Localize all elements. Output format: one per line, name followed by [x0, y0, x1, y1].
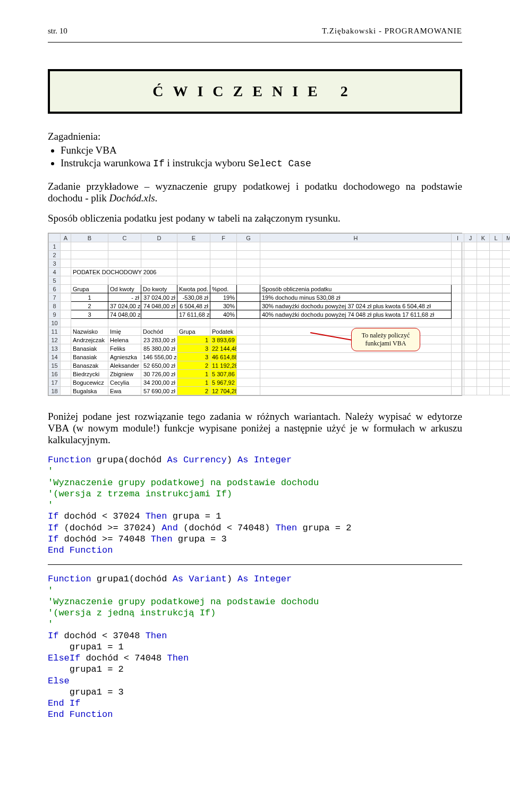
- cell: [177, 251, 210, 259]
- cell: Zbigniew: [108, 370, 141, 378]
- cell: [452, 370, 464, 378]
- cell: Bogucewicz: [71, 378, 108, 387]
- cell: [452, 319, 464, 327]
- cell: Cecylia: [108, 378, 141, 387]
- cell: [477, 344, 490, 353]
- spreadsheet-table: A B C D E F G H I J K L M 1234PODATEK DO…: [48, 233, 510, 395]
- col-header: G: [237, 234, 260, 242]
- cell: [464, 251, 477, 259]
- cell: [452, 276, 464, 285]
- cell: [61, 242, 71, 251]
- cell: [490, 251, 503, 259]
- cell: 17 611,68 zł: [177, 310, 210, 319]
- cell: 22 144,48 zł: [210, 344, 237, 353]
- code-text: (dochód < 74048): [178, 523, 276, 533]
- cell: 3: [71, 310, 108, 319]
- cell: [490, 310, 503, 319]
- cell: [477, 378, 490, 387]
- cell: [490, 344, 503, 353]
- cell: [464, 285, 477, 293]
- cell: [503, 310, 511, 319]
- header-right: T.Ziębakowski - PROGRAMOWANIE: [322, 27, 462, 36]
- cell: Dochód: [141, 327, 177, 336]
- table-row: 17BogucewiczCecylia34 200,00 zł15 967,92…: [49, 378, 511, 387]
- cell: 1: [177, 370, 210, 378]
- cell: [71, 319, 108, 327]
- divider: [48, 564, 462, 565]
- cell: Grupa: [177, 327, 210, 336]
- cell: [477, 302, 490, 310]
- bullet-list: Funkcje VBA Instrukcja warunkowa If i in…: [61, 145, 462, 169]
- cell: [452, 242, 464, 251]
- cell: [490, 259, 503, 268]
- cell: [177, 319, 210, 327]
- row-number: 5: [49, 276, 61, 285]
- cell: Sposób obliczenia podatku: [260, 285, 452, 293]
- cell: [452, 378, 464, 387]
- code-keyword: If: [48, 534, 58, 544]
- code-block: Function grupa(dochód As Currency) As In…: [48, 454, 462, 556]
- cell: 1: [177, 336, 210, 344]
- cell: Biedrzycki: [71, 370, 108, 378]
- cell: [464, 319, 477, 327]
- table-row: 2: [49, 251, 511, 259]
- table-row: 9374 048,00 zł17 611,68 zł40%40% nadwyżk…: [49, 310, 511, 319]
- cell: [477, 327, 490, 336]
- cell: Ewa: [108, 387, 141, 395]
- cell: 5 307,86 zł: [210, 370, 237, 378]
- table-row: 6GrupaOd kwotyDo kwotyKwota pod.%pod.Spo…: [49, 285, 511, 293]
- cell: [490, 370, 503, 378]
- cell: [71, 242, 108, 251]
- cell: [260, 268, 452, 276]
- page-header: str. 10 T.Ziębakowski - PROGRAMOWANIE: [48, 27, 462, 36]
- cell: [260, 353, 452, 361]
- cell: 2: [177, 387, 210, 395]
- cell: [452, 268, 464, 276]
- table-row: 14BanasiakAgnieszka146 556,00 zł346 614,…: [49, 353, 511, 361]
- cell: [237, 310, 260, 319]
- cell: [452, 353, 464, 361]
- code-keyword: As Variant: [173, 574, 227, 584]
- row-number: 16: [49, 370, 61, 378]
- col-header: D: [141, 234, 177, 242]
- col-header: M: [503, 234, 511, 242]
- cell: [237, 361, 260, 370]
- cell: [237, 387, 260, 395]
- cell: Agnieszka: [108, 353, 141, 361]
- callout-text: To należy policzyć funkcjami VBA: [362, 332, 410, 347]
- code-text: grupa = 2: [297, 523, 351, 533]
- cell: [464, 293, 477, 302]
- cell: [464, 387, 477, 395]
- table-row: 3: [49, 259, 511, 268]
- header-left: str. 10: [48, 27, 67, 36]
- cell: [503, 276, 511, 285]
- cell: [490, 336, 503, 344]
- cell: [464, 378, 477, 387]
- cell: [61, 259, 71, 268]
- cell: - zł: [108, 293, 141, 302]
- code-comment: ': [48, 586, 53, 596]
- code-keyword: Then: [151, 534, 173, 544]
- code-keyword: Then: [167, 653, 189, 663]
- row-number: 17: [49, 378, 61, 387]
- code-keyword: If: [48, 631, 58, 641]
- row-number: 11: [49, 327, 61, 336]
- cell: [477, 353, 490, 361]
- row-number: 7: [49, 293, 61, 302]
- cell: [177, 259, 210, 268]
- cell: [490, 285, 503, 293]
- cell: 23 283,00 zł: [141, 336, 177, 344]
- paragraph: Poniżej podane jest rozwiązanie tego zad…: [48, 411, 462, 446]
- cell: [490, 293, 503, 302]
- cell: [452, 336, 464, 344]
- cell: 30% nadwyżki dochodu powyżej 37 024 zł p…: [260, 302, 452, 310]
- cell: [503, 344, 511, 353]
- cell: [141, 319, 177, 327]
- code-text: dochód < 37024: [58, 511, 145, 521]
- cell: 1: [71, 293, 108, 302]
- column-header-row: A B C D E F G H I J K L M: [49, 234, 511, 242]
- code-keyword: As Integer: [237, 574, 292, 584]
- row-number: 4: [49, 268, 61, 276]
- cell: [141, 276, 177, 285]
- cell: [490, 387, 503, 395]
